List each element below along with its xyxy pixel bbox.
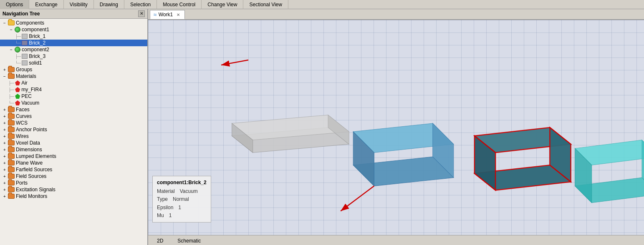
tree-label: Plane Wave — [16, 160, 43, 166]
visibility-button[interactable]: Visibility — [64, 0, 94, 9]
mouse-control-button[interactable]: Mouse Control — [157, 0, 202, 9]
tree-item-ports[interactable]: + Ports — [0, 180, 147, 186]
tree-label: Voxel Data — [16, 140, 40, 146]
tab-close-button[interactable]: ✕ — [175, 12, 181, 18]
expand-icon[interactable]: + — [2, 160, 8, 166]
tree-item-fieldmon[interactable]: + Field Monitors — [0, 193, 147, 200]
folder-orange-icon — [8, 107, 15, 112]
tree-label: Materials — [16, 73, 36, 79]
info-row-type: Type Normal — [157, 195, 207, 203]
folder-orange-icon — [8, 67, 15, 72]
mu-value: 1 — [169, 212, 172, 220]
tree-item-myfir4[interactable]: ├─ my_FIR4 — [0, 86, 147, 93]
tree-item-brick3[interactable]: ├─ Brick_3 — [0, 53, 147, 60]
3d-viewport[interactable]: component1:Brick_2 Material Vacuum Type … — [148, 20, 644, 235]
tree-label: Groups — [16, 67, 32, 72]
expand-icon[interactable]: + — [2, 67, 8, 72]
tree-item-anchor[interactable]: + Anchor Points — [0, 126, 147, 133]
tree-item-brick1[interactable]: ├─ Brick_1 — [0, 33, 147, 40]
main-container: Navigation Tree ✕ − Components − compone… — [0, 9, 644, 245]
tree-item-curves[interactable]: + Curves — [0, 113, 147, 120]
expand-icon[interactable]: + — [2, 127, 8, 132]
tree-item-component1[interactable]: − component1 — [0, 26, 147, 33]
change-view-button[interactable]: Change View — [202, 0, 243, 9]
viewport-tab[interactable]: ≈ Work1 ✕ — [150, 10, 185, 19]
expand-icon[interactable]: + — [2, 187, 8, 192]
tree-label: Faces — [16, 107, 30, 112]
tree-label: Lumped Elements — [16, 153, 56, 159]
expand-icon[interactable]: + — [2, 107, 8, 112]
folder-orange-icon — [8, 140, 15, 145]
type-label: Type — [157, 195, 168, 203]
gray-flat-box — [232, 115, 349, 152]
exchange-button[interactable]: Exchange — [29, 0, 63, 9]
tree-label: my_FIR4 — [21, 87, 42, 92]
info-row-epsilon: Epsilon 1 — [157, 204, 207, 212]
expand-icon[interactable]: + — [2, 147, 8, 152]
folder-orange-icon — [8, 180, 15, 185]
tree-item-voxel[interactable]: + Voxel Data — [0, 140, 147, 146]
tree-label: Ports — [16, 180, 28, 186]
expand-icon[interactable]: + — [2, 120, 8, 126]
expand-icon[interactable]: + — [2, 167, 8, 172]
expand-icon[interactable]: + — [2, 173, 8, 179]
tree-label: Field Monitors — [16, 193, 47, 199]
expand-icon[interactable]: + — [2, 140, 8, 146]
tree-item-groups[interactable]: + Groups — [0, 66, 147, 73]
tree-item-pec[interactable]: ├─ PEC — [0, 93, 147, 100]
expand-icon[interactable]: + — [2, 193, 8, 199]
drawing-button[interactable]: Drawing — [94, 0, 124, 9]
folder-orange-icon — [8, 194, 15, 199]
material-value: Vacuum — [180, 188, 198, 195]
expand-icon[interactable]: − — [8, 27, 14, 32]
tree-item-fieldsrc[interactable]: + Field Sources — [0, 173, 147, 180]
tree-item-faces[interactable]: + Faces — [0, 106, 147, 113]
panel-close-button[interactable]: ✕ — [138, 10, 145, 17]
tree-item-materials[interactable]: − Materials — [0, 73, 147, 80]
tree-label: Brick_2 — [29, 40, 45, 46]
tree-label: Wires — [16, 133, 29, 139]
bottom-tab-2d[interactable]: 2D — [150, 236, 170, 245]
options-button[interactable]: Options — [0, 0, 29, 9]
tree-item-brick2[interactable]: └─ Brick_2 — [0, 40, 147, 46]
folder-orange-icon — [8, 120, 15, 125]
expand-icon[interactable]: − — [8, 47, 14, 52]
bottom-tab-schematic[interactable]: Schematic — [170, 236, 208, 245]
expand-icon[interactable]: + — [2, 133, 8, 139]
tree-item-planewave[interactable]: + Plane Wave — [0, 160, 147, 166]
expand-icon[interactable]: + — [2, 180, 8, 186]
tree-label: Components — [16, 20, 44, 26]
expand-icon[interactable]: + — [2, 113, 8, 119]
tree-item-wires[interactable]: + Wires — [0, 133, 147, 140]
folder-orange-icon — [8, 127, 15, 132]
folder-orange-icon — [8, 134, 15, 139]
globe-icon — [15, 47, 20, 52]
tree-item-air[interactable]: ├─ Air — [0, 80, 147, 86]
tree-item-dimensions[interactable]: + Dimensions — [0, 146, 147, 153]
expand-icon[interactable]: − — [2, 20, 8, 26]
navigation-tree[interactable]: − Components − component1 ├─ Brick_1 └─ — [0, 19, 147, 245]
gem-red-icon — [15, 100, 20, 105]
info-panel: component1:Brick_2 Material Vacuum Type … — [152, 176, 211, 222]
info-row-material: Material Vacuum — [157, 188, 207, 195]
tree-item-solid1[interactable]: └─ solid1 — [0, 60, 147, 66]
brick-icon — [22, 40, 28, 45]
tree-item-wcs[interactable]: + WCS — [0, 120, 147, 126]
tree-item-component2[interactable]: − component2 — [0, 46, 147, 53]
folder-orange-icon — [8, 174, 15, 179]
folder-orange-icon — [8, 147, 15, 152]
expand-icon[interactable]: − — [2, 73, 8, 79]
selection-button[interactable]: Selection — [124, 0, 157, 9]
panel-title: Navigation Tree — [3, 11, 40, 17]
tree-item-farfield[interactable]: + Farfield Sources — [0, 166, 147, 173]
mu-label: Mu — [157, 212, 164, 220]
tree-item-excitation[interactable]: + Excitation Signals — [0, 186, 147, 193]
expand-icon[interactable]: + — [2, 153, 8, 159]
tree-label: Farfield Sources — [16, 167, 52, 172]
tree-item-vacuum[interactable]: └─ Vacuum — [0, 100, 147, 106]
panel-header: Navigation Tree ✕ — [0, 9, 147, 19]
tree-label: Air — [21, 80, 28, 86]
tree-item-lumped[interactable]: + Lumped Elements — [0, 153, 147, 160]
tree-item-components[interactable]: − Components — [0, 20, 147, 26]
sectional-view-button[interactable]: Sectional View — [243, 0, 288, 9]
